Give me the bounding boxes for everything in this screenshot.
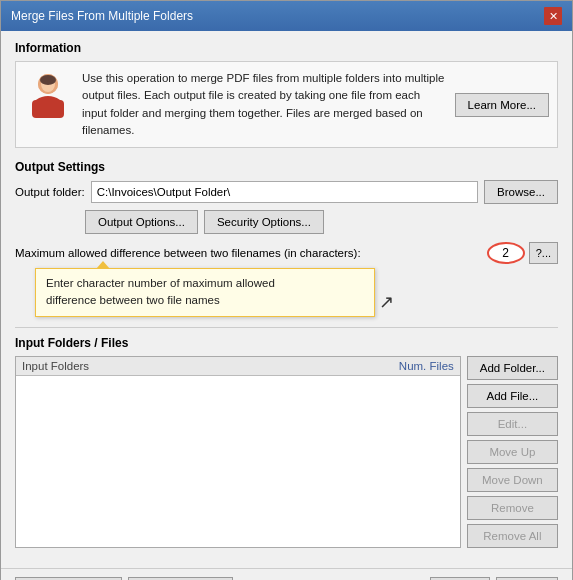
output-settings: Output Settings Output folder: Browse...… — [15, 160, 558, 317]
output-options-button[interactable]: Output Options... — [85, 210, 198, 234]
output-folder-label: Output folder: — [15, 186, 85, 198]
dialog-title: Merge Files From Multiple Folders — [11, 9, 193, 23]
footer-right: OK Cancel — [430, 577, 558, 581]
input-folders-body: Input Folders Num. Files Add Folder... A… — [15, 356, 558, 548]
move-down-button[interactable]: Move Down — [467, 468, 558, 492]
close-button[interactable]: ✕ — [544, 7, 562, 25]
svg-rect-4 — [32, 100, 64, 118]
browse-button[interactable]: Browse... — [484, 180, 558, 204]
max-diff-input[interactable] — [487, 242, 525, 264]
max-diff-label: Maximum allowed difference between two f… — [15, 247, 483, 259]
remove-all-button[interactable]: Remove All — [467, 524, 558, 548]
title-bar: Merge Files From Multiple Folders ✕ — [1, 1, 572, 31]
learn-more-button[interactable]: Learn More... — [455, 93, 549, 117]
remove-button[interactable]: Remove — [467, 496, 558, 520]
folders-buttons: Add Folder... Add File... Edit... Move U… — [467, 356, 558, 548]
dialog: Merge Files From Multiple Folders ✕ Info… — [0, 0, 573, 580]
input-folders-section: Input Folders / Files Input Folders Num.… — [15, 336, 558, 548]
tooltip-text: Enter character number of maximum allowe… — [46, 277, 275, 306]
table-header: Input Folders Num. Files — [16, 357, 460, 376]
save-settings-button[interactable]: Save Settings... — [15, 577, 122, 581]
col-folders-header: Input Folders — [22, 360, 384, 372]
person-icon — [24, 70, 72, 118]
divider — [15, 327, 558, 328]
tooltip-box: Enter character number of maximum allowe… — [35, 268, 375, 317]
svg-point-6 — [40, 75, 56, 85]
folders-table: Input Folders Num. Files — [15, 356, 461, 548]
output-folder-input[interactable] — [91, 181, 478, 203]
load-settings-button[interactable]: Load Settings... — [128, 577, 234, 581]
help-button[interactable]: ?... — [529, 242, 558, 264]
dialog-body: Information Use this operation to merge … — [1, 31, 572, 568]
add-folder-button[interactable]: Add Folder... — [467, 356, 558, 380]
move-up-button[interactable]: Move Up — [467, 440, 558, 464]
add-file-button[interactable]: Add File... — [467, 384, 558, 408]
edit-button[interactable]: Edit... — [467, 412, 558, 436]
options-row: Output Options... Security Options... — [15, 210, 558, 234]
info-section-title: Information — [15, 41, 558, 55]
table-body[interactable] — [16, 376, 460, 506]
footer-left: Save Settings... Load Settings... — [15, 577, 233, 581]
info-section: Use this operation to merge PDF files fr… — [15, 61, 558, 148]
col-files-header: Num. Files — [384, 360, 454, 372]
cancel-button[interactable]: Cancel — [496, 577, 558, 581]
tooltip-arrow-icon: ↗ — [379, 289, 394, 316]
output-settings-title: Output Settings — [15, 160, 558, 174]
ok-button[interactable]: OK — [430, 577, 490, 581]
info-text: Use this operation to merge PDF files fr… — [82, 70, 445, 139]
output-folder-row: Output folder: Browse... — [15, 180, 558, 204]
input-folders-title: Input Folders / Files — [15, 336, 558, 350]
footer: Save Settings... Load Settings... OK Can… — [1, 568, 572, 581]
security-options-button[interactable]: Security Options... — [204, 210, 324, 234]
